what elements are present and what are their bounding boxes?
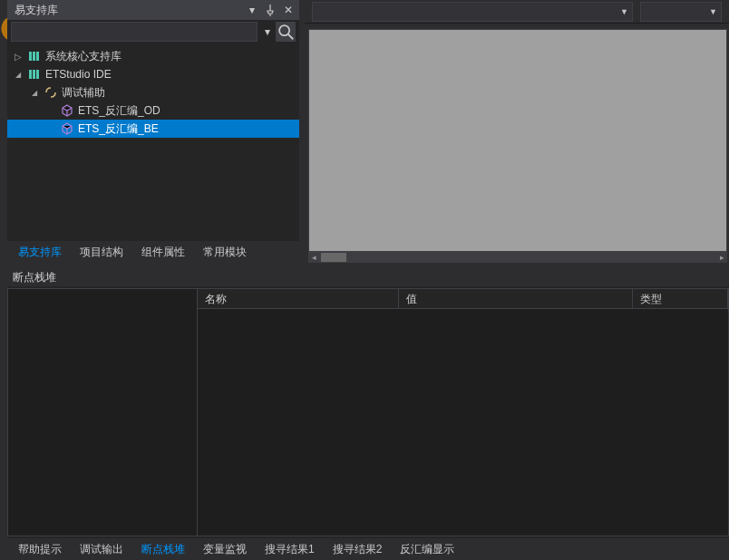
dock-tab[interactable]: 搜寻结果1 [258, 539, 322, 560]
panel-dropdown-button[interactable]: ▾ [245, 3, 259, 17]
tree-item[interactable]: ETS_反汇编_OD [7, 101, 299, 120]
panel-search-row: ▾ [7, 20, 299, 43]
panel-tab[interactable]: 组件属性 [134, 242, 192, 263]
dock-tab[interactable]: 帮助提示 [11, 539, 69, 560]
dock-body: 名称 值 类型 [7, 288, 729, 536]
scroll-left-arrow[interactable]: ◂ [308, 252, 319, 263]
tree-item[interactable]: ◢ETStudio IDE [7, 65, 299, 83]
panel-close-button[interactable]: ✕ [281, 3, 296, 17]
svg-line-1 [288, 34, 294, 40]
svg-rect-2 [29, 52, 32, 61]
tree-item-label: 调试辅助 [62, 85, 105, 101]
ns-icon [44, 85, 58, 100]
svg-rect-7 [36, 70, 39, 79]
search-dropdown[interactable]: ▾ [261, 22, 274, 42]
library-tree[interactable]: ▷系统核心支持库◢ETStudio IDE◢调试辅助ETS_反汇编_ODETS_… [7, 43, 299, 234]
scroll-thumb[interactable] [321, 253, 346, 262]
dock-tab[interactable]: 变量监视 [196, 539, 254, 560]
svg-rect-4 [36, 52, 39, 61]
cube-icon [60, 121, 74, 136]
tree-toggle-icon[interactable]: ▷ [13, 52, 24, 62]
tree-toggle-icon[interactable]: ◢ [13, 71, 24, 79]
scroll-right-arrow[interactable]: ▸ [716, 252, 727, 263]
svg-rect-3 [33, 52, 35, 61]
search-input[interactable] [11, 22, 258, 42]
editor-combo-left[interactable]: ▼ [312, 2, 633, 22]
tree-item[interactable]: ▷系统核心支持库 [7, 47, 299, 65]
tree-item-label: ETS_反汇编_OD [78, 103, 160, 119]
editor-toolbar: ▼ ▼ [305, 0, 729, 24]
editor-hscrollbar[interactable]: ◂ ▸ [308, 252, 727, 263]
dock-grid: 名称 值 类型 [198, 288, 729, 536]
tree-toggle-icon[interactable]: ◢ [29, 89, 40, 97]
lib-icon [27, 67, 42, 82]
tree-item-label: ETS_反汇编_BE [78, 121, 159, 137]
tree-item-label: 系统核心支持库 [45, 49, 122, 64]
svg-point-0 [279, 25, 289, 35]
tree-item-label: ETStudio IDE [45, 68, 112, 81]
cube-icon [60, 103, 74, 118]
bottom-dock: 断点栈堆 名称 值 类型 帮助提示调试输出断点栈堆变量监视搜寻结果1搜寻结果2反… [7, 268, 729, 560]
grid-col-value[interactable]: 值 [399, 289, 633, 308]
editor-combo-right[interactable]: ▼ [640, 2, 722, 22]
dock-tab[interactable]: 反汇编显示 [393, 539, 462, 560]
dock-left-pane[interactable] [7, 288, 198, 536]
panel-titlebar: 易支持库 ▾ ✕ [7, 0, 299, 20]
panel-tabs: 易支持库项目结构组件属性常用模块 [7, 241, 299, 263]
svg-rect-5 [29, 70, 32, 79]
support-library-panel: 易支持库 ▾ ✕ ▾ ▷系统核心支持库◢ETStudio IDE◢调试辅助ETS… [7, 0, 299, 263]
dock-tab[interactable]: 断点栈堆 [134, 539, 192, 560]
dock-tab[interactable]: 调试输出 [73, 539, 131, 560]
grid-header: 名称 值 类型 [198, 289, 728, 309]
panel-tab[interactable]: 项目结构 [73, 242, 131, 263]
grid-body[interactable] [198, 309, 728, 536]
grid-col-name[interactable]: 名称 [198, 289, 399, 308]
grid-col-type[interactable]: 类型 [633, 289, 728, 308]
panel-title: 易支持库 [11, 3, 245, 18]
dock-tabs: 帮助提示调试输出断点栈堆变量监视搜寻结果1搜寻结果2反汇编显示 [7, 538, 729, 560]
panel-pin-button[interactable] [263, 3, 277, 17]
svg-rect-6 [33, 70, 35, 79]
editor-area: ▼ ▼ ◂ ▸ [305, 0, 729, 263]
dock-tab[interactable]: 搜寻结果2 [326, 539, 390, 560]
search-button[interactable] [276, 22, 296, 42]
dock-title: 断点栈堆 [7, 268, 729, 286]
lib-icon [27, 49, 42, 63]
tree-item[interactable]: ETS_反汇编_BE [7, 120, 299, 138]
panel-tab[interactable]: 常用模块 [196, 242, 254, 263]
editor-canvas[interactable] [308, 29, 727, 252]
tree-item[interactable]: ◢调试辅助 [7, 83, 299, 101]
panel-tab[interactable]: 易支持库 [11, 242, 69, 263]
